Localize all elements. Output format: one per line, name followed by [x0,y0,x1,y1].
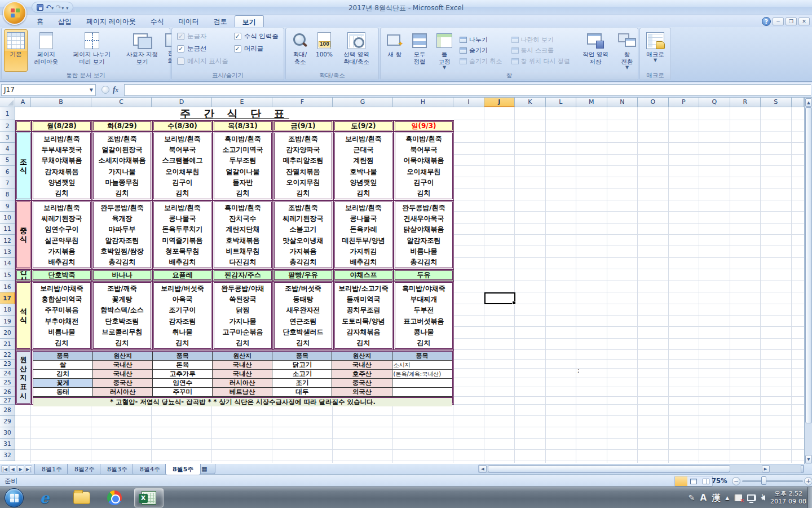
row-header-11[interactable]: 11 [0,224,15,235]
section-label-중식[interactable]: 중 식 [15,200,32,269]
column-header-O[interactable]: O [638,98,669,107]
checkbox-formula-bar[interactable]: ✓수식 입력줄 [234,32,279,41]
meal-cell-day3[interactable]: 보리밥/흰죽콩나물국돈육두루치기미역줄기볶음청포묵무침배추김치 [152,200,213,269]
normal-view-icon[interactable] [675,476,687,486]
origin-cell-r3c4[interactable]: 러시아산 [213,379,272,388]
row-header-2[interactable]: 2 [0,120,15,132]
taskbar-excel[interactable] [134,488,164,507]
column-header-A[interactable]: A [15,98,31,107]
tab-insert[interactable]: 삽입 [51,15,79,27]
column-header-Q[interactable]: Q [699,98,730,107]
start-button[interactable] [5,488,24,507]
page-break-icon[interactable] [700,476,712,486]
vertical-scrollbar[interactable]: ▲ ▼ [804,98,812,464]
day-header-blank-cell[interactable] [15,120,32,132]
ribbon-button-zoom-to-selection[interactable]: 선택 영역 확대/축소 [337,29,376,72]
origin-cell-r2c6[interactable]: 호주산 [332,370,392,379]
section-label-석식[interactable]: 석 식 [15,281,32,350]
sheet-tab-week5[interactable]: 8월5주 [165,464,201,475]
origin-cell-r2c1[interactable]: 김치 [33,370,93,379]
page-layout-icon[interactable] [687,476,700,486]
row-header-16[interactable]: 16 [0,281,15,292]
ribbon-button-new-window[interactable]: 새 창 [383,29,407,72]
row-header-17[interactable]: 17 [0,292,15,304]
formula-bar-checkbox-icon[interactable]: ✓ [234,33,241,40]
meal-cell-day3[interactable]: 보리밥/흰죽북어무국스크램블에그오이채무침김구이김치 [152,132,213,200]
row-header-23[interactable]: 23 [0,360,15,369]
origin-cell-r4c7[interactable] [392,388,452,397]
tab-split-handle[interactable] [801,465,804,472]
origin-cell-r2c4[interactable]: 국내산 [213,370,272,379]
checkbox-headings[interactable]: ✓머리글 [234,45,279,53]
meal-cell-day2[interactable]: 조밥/흰죽얼갈이된장국소세지야채볶음가지나물마늘쫑무침김치 [92,132,152,200]
row-header-26[interactable]: 26 [0,387,15,397]
row-header-1[interactable]: 1 [0,107,15,120]
show-desktop-button[interactable] [807,487,812,508]
meal-cell-day6[interactable]: 보리밥/흰죽근대국계란찜호박나물양념깻잎김치 [333,132,394,200]
help-icon[interactable]: ? [762,17,771,26]
column-header-H[interactable]: H [393,98,453,107]
row-header-12[interactable]: 12 [0,235,15,246]
close-button[interactable]: ✕ [798,17,810,25]
column-header-G[interactable]: G [333,98,393,107]
formula-input[interactable] [124,84,811,96]
tray-expand-icon[interactable]: ▲ [725,495,729,501]
snack-cell-day5[interactable]: 팥빵/우유 [273,269,333,281]
zoom-slider-thumb[interactable] [761,476,766,485]
origin-cell-r1c7[interactable]: 소시지 [392,361,452,370]
snack-cell-day2[interactable]: 바나나 [92,269,152,281]
first-sheet-icon[interactable]: |◀ [1,465,8,472]
insert-worksheet-tab[interactable]: ▦ [198,464,215,474]
section-label-간식[interactable]: 간 식 [15,269,32,281]
day-header-3[interactable]: 수(8/30) [152,120,213,132]
horizontal-scrollbar[interactable]: ◀ ▶ [478,465,804,473]
meal-cell-day2[interactable]: 조밥/깨죽꽃게탕함박스텍/소스단호박조림브로콜리무침김치 [92,281,152,350]
origin-cell-r3c2[interactable]: 중국산 [93,379,153,388]
row-header-5[interactable]: 5 [0,155,15,166]
name-box-dropdown-icon[interactable]: ▼ [90,87,93,93]
scroll-down-icon[interactable]: ▼ [805,455,812,463]
column-header-N[interactable]: N [607,98,638,107]
row-header-19[interactable]: 19 [0,316,15,327]
headings-checkbox-icon[interactable]: ✓ [234,45,241,52]
scroll-left-icon[interactable]: ◀ [479,465,487,472]
meal-cell-day5[interactable]: 조밥/흰죽감자양파국메추리알조림잔멸치볶음오이지무침김치 [273,132,333,200]
action-center-flag-icon[interactable] [734,494,742,501]
taskbar-clock[interactable]: 오후 2:52 2017-09-08 [770,490,806,506]
ribbon-button-hide[interactable]: 숨기기 [458,46,504,55]
meal-cell-day7[interactable]: 흑미밥/야채죽부대찌개두부전표고버섯볶음콩나물김치 [394,281,454,350]
taskbar-chrome[interactable] [102,488,127,507]
select-all-corner[interactable] [0,98,15,107]
meal-cell-day4[interactable]: 흑미밥/흰죽소고기미역국두부조림얼갈이나물돌자반김치 [213,132,273,200]
origin-cell-r1c2[interactable]: 국내산 [93,361,153,370]
name-box[interactable]: J17 ▼ [1,84,96,96]
origin-cell-r2c7[interactable]: (돈육/계육:국내산) [392,370,452,379]
day-header-2[interactable]: 화(8/29) [92,120,152,132]
column-header-F[interactable]: F [272,98,333,107]
column-header-K[interactable]: K [515,98,546,107]
row-header-4[interactable]: 4 [0,143,15,154]
origin-cell-r4c2[interactable]: 러시아산 [93,388,153,397]
day-header-6[interactable]: 토(9/2) [333,120,394,132]
column-header-B[interactable]: B [31,98,91,107]
restore-button[interactable]: ❐ [785,17,797,25]
zoom-in-icon[interactable]: + [804,477,812,485]
prev-sheet-icon[interactable]: ◀ [9,465,16,472]
row-header-32[interactable]: 32 [0,450,15,461]
tab-view[interactable]: 보기 [235,15,264,27]
ime-pen-icon[interactable]: ✎ [689,493,695,502]
origin-cell-r3c7[interactable] [392,379,452,388]
column-header-P[interactable]: P [669,98,700,107]
section-label-조식[interactable]: 조 식 [15,132,32,200]
meal-cell-day2[interactable]: 완두콩밥/흰죽육개장마파두부알감자조림호박잎찜/쌈장총각김치 [92,200,152,269]
origin-cell-r4c6[interactable]: 외국산 [332,388,392,397]
tab-review[interactable]: 검토 [206,15,235,27]
zoom-level[interactable]: 75% [712,477,727,485]
vertical-scroll-thumb[interactable] [805,107,812,423]
snack-cell-day1[interactable]: 단호박죽 [32,269,92,281]
meal-cell-day1[interactable]: 보리밥/야채죽홍합살미역국주꾸미볶음부추야채전비름나물김치 [32,281,92,350]
row-header-8[interactable]: 8 [0,189,15,200]
sheet-tab-week1[interactable]: 8월1주 [34,464,69,475]
tab-home[interactable]: 홈 [29,15,51,27]
taskbar-file-explorer[interactable] [69,488,95,507]
